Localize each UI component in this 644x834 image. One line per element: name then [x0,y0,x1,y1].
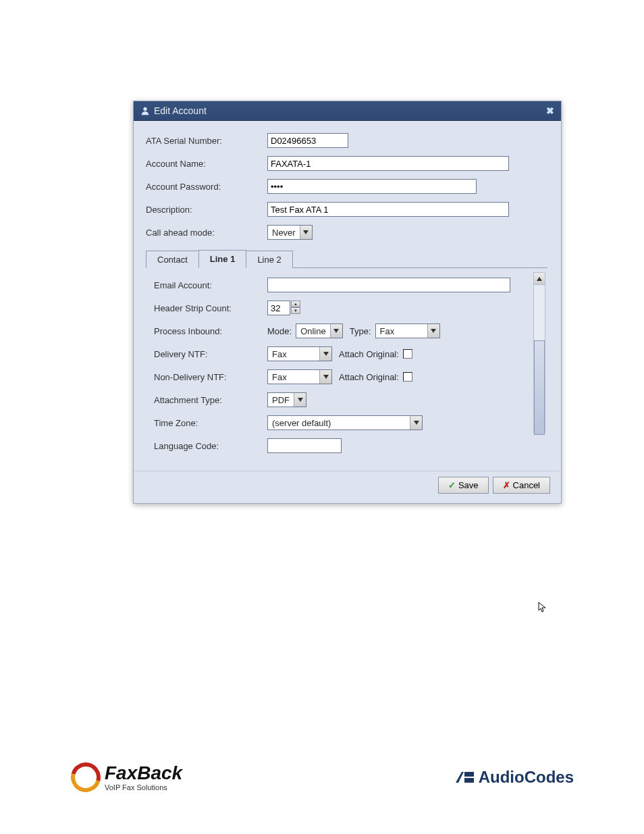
attachment-type-label: Attachment Type: [154,395,267,405]
chevron-down-icon [410,416,422,429]
spinner-down-icon[interactable]: ▼ [291,307,300,314]
description-label: Description: [146,205,267,215]
type-select[interactable]: Fax [375,323,440,338]
attach-original-label-1: Attach Original: [339,349,399,359]
ata-serial-label: ATA Serial Number: [146,136,267,146]
page-footer: FaxBack VoIP Fax Solutions AudioCodes [71,762,574,792]
header-strip-label: Header Strip Count: [154,303,267,313]
faxback-ring-icon [65,757,106,798]
chevron-down-icon [427,324,439,338]
process-inbound-label: Process Inbound: [154,326,267,336]
type-label: Type: [350,326,371,336]
cancel-button-label: Cancel [513,480,540,490]
delivery-ntf-value: Fax [268,348,319,360]
chevron-down-icon [300,226,312,239]
non-delivery-attach-original-checkbox[interactable] [403,372,412,382]
user-icon [140,106,150,115]
tab-panel-line-1: Email Account: Header Strip Count: ▲ ▼ P… [146,268,547,453]
tab-line-1[interactable]: Line 1 [198,250,247,268]
edit-account-dialog: Edit Account ✖ ATA Serial Number: Accoun… [133,101,562,504]
chevron-down-icon [319,347,331,361]
email-account-input[interactable] [267,278,510,292]
spinner-up-icon[interactable]: ▲ [291,301,300,307]
ata-serial-input[interactable] [267,133,348,148]
svg-point-0 [143,107,146,111]
account-password-label: Account Password: [146,182,267,192]
mode-select[interactable]: Online [296,323,343,338]
tab-strip: Contact Line 1 Line 2 [146,249,547,268]
header-strip-value[interactable] [267,301,290,315]
non-delivery-ntf-select[interactable]: Fax [267,369,332,384]
delivery-ntf-select[interactable]: Fax [267,346,332,361]
time-zone-value: (server default) [268,417,410,429]
faxback-logo: FaxBack VoIP Fax Solutions [71,762,182,792]
faxback-tagline: VoIP Fax Solutions [105,784,182,791]
delivery-ntf-label: Delivery NTF: [154,349,267,359]
chevron-down-icon [294,393,306,407]
svg-rect-1 [464,772,474,777]
cancel-button[interactable]: ✗ Cancel [493,477,550,494]
time-zone-label: Time Zone: [154,418,267,428]
save-button[interactable]: ✓ Save [438,477,489,494]
mode-value: Online [296,325,330,337]
audiocodes-mark-icon [454,769,475,785]
call-ahead-value: Never [268,227,300,238]
time-zone-select[interactable]: (server default) [267,415,423,430]
audiocodes-logo: AudioCodes [454,768,574,787]
close-icon[interactable]: ✖ [546,105,554,116]
scroll-thumb[interactable] [534,340,545,435]
non-delivery-ntf-label: Non-Delivery NTF: [154,372,267,382]
type-value: Fax [376,325,427,337]
attachment-type-select[interactable]: PDF [267,392,306,407]
non-delivery-ntf-value: Fax [268,371,319,383]
account-name-label: Account Name: [146,159,267,169]
account-name-input[interactable] [267,156,509,171]
faxback-logo-text: FaxBack [105,764,182,783]
cursor-icon [538,602,549,613]
call-ahead-label: Call ahead mode: [146,228,267,238]
x-icon: ✗ [503,480,510,490]
audiocodes-logo-text: AudioCodes [479,768,574,787]
header-strip-spinner[interactable]: ▲ ▼ [267,301,300,315]
language-code-input[interactable] [267,438,342,453]
attachment-type-value: PDF [268,394,294,406]
attach-original-label-2: Attach Original: [339,372,399,382]
mode-label: Mode: [267,326,292,336]
email-account-label: Email Account: [154,280,267,290]
delivery-attach-original-checkbox[interactable] [403,349,412,359]
account-password-input[interactable] [267,179,477,194]
dialog-button-bar: ✓ Save ✗ Cancel [134,471,561,503]
tab-line-2[interactable]: Line 2 [246,251,292,268]
description-input[interactable] [267,202,509,217]
tab-contact[interactable]: Contact [146,251,199,268]
call-ahead-select[interactable]: Never [267,225,313,240]
dialog-titlebar: Edit Account ✖ [134,101,561,121]
chevron-down-icon [319,370,331,384]
chevron-down-icon [330,324,342,338]
dialog-content: ATA Serial Number: Account Name: Account… [134,121,561,467]
language-code-label: Language Code: [154,441,267,451]
panel-scrollbar[interactable] [533,272,545,433]
save-button-label: Save [458,480,479,490]
check-icon: ✓ [448,480,456,490]
svg-rect-2 [464,778,474,783]
dialog-title: Edit Account [154,105,207,116]
scroll-up-icon[interactable] [534,273,545,285]
